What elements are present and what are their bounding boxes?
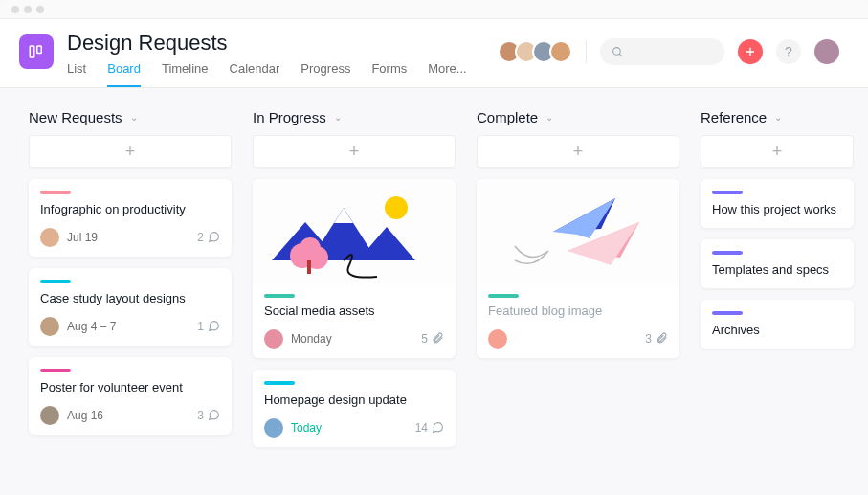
project-icon[interactable] — [19, 34, 54, 69]
tab-timeline[interactable]: Timeline — [162, 61, 209, 87]
column-complete: Complete ⌄ + Featured blog image — [477, 109, 679, 459]
svg-rect-1 — [37, 46, 42, 54]
tag — [488, 294, 519, 298]
assignee-avatar — [264, 418, 283, 438]
tab-calendar[interactable]: Calendar — [230, 61, 280, 87]
card-archives[interactable]: Archives — [701, 300, 854, 349]
tab-forms[interactable]: Forms — [371, 61, 407, 87]
add-card-button[interactable]: + — [253, 135, 456, 168]
cover-illustration-mountains — [253, 179, 456, 284]
tag — [712, 251, 743, 255]
card-title: Case study layout designs — [40, 291, 220, 307]
tag — [712, 311, 743, 315]
column-header[interactable]: Reference ⌄ — [701, 109, 854, 125]
due-date: Jul 19 — [67, 231, 98, 244]
project-members[interactable] — [503, 40, 572, 63]
assignee-avatar — [488, 329, 507, 349]
comment-count: 14 — [415, 421, 428, 435]
chevron-down-icon: ⌄ — [545, 112, 553, 123]
attachment-icon — [432, 332, 444, 345]
search-icon — [612, 46, 624, 58]
due-date: Monday — [291, 332, 332, 346]
card-homepage[interactable]: Homepage design update Today 14 — [253, 370, 456, 447]
user-avatar[interactable] — [814, 39, 839, 64]
tag — [264, 381, 295, 385]
svg-marker-10 — [358, 227, 415, 260]
cover-illustration-paper-planes — [477, 179, 679, 284]
tag — [40, 191, 71, 194]
column-title: In Progress — [253, 109, 326, 125]
card-poster[interactable]: Poster for volunteer event Aug 16 3 — [29, 357, 232, 435]
tag — [264, 294, 295, 298]
card-title: Archives — [712, 323, 842, 339]
column-header[interactable]: In Progress ⌄ — [253, 109, 456, 125]
card-social-media[interactable]: Social media assets Monday 5 — [253, 179, 456, 358]
comment-icon — [432, 421, 444, 434]
traffic-light — [11, 6, 19, 13]
page-title: Design Requests — [67, 31, 503, 56]
column-new-requests: New Requests ⌄ + Infographic on producti… — [29, 109, 232, 459]
svg-line-3 — [619, 54, 622, 56]
comment-icon — [208, 320, 220, 332]
plus-icon — [745, 46, 756, 57]
card-infographic[interactable]: Infographic on productivity Jul 19 2 — [29, 179, 232, 257]
svg-rect-14 — [307, 260, 311, 274]
traffic-light — [36, 6, 44, 13]
column-header[interactable]: New Requests ⌄ — [29, 109, 232, 125]
card-title: Social media assets — [253, 304, 456, 320]
column-header[interactable]: Complete ⌄ — [477, 109, 679, 125]
card-title: Infographic on productivity — [40, 202, 220, 218]
comment-icon — [208, 409, 220, 421]
traffic-light — [24, 6, 32, 13]
tab-more[interactable]: More... — [428, 61, 466, 87]
card-title: Templates and specs — [712, 262, 842, 279]
column-in-progress: In Progress ⌄ + Social m — [253, 109, 456, 459]
assignee-avatar — [264, 329, 283, 349]
card-title: How this project works — [712, 202, 842, 218]
tag — [712, 191, 743, 194]
svg-rect-0 — [30, 46, 34, 57]
assignee-avatar — [40, 228, 59, 247]
chevron-down-icon: ⌄ — [334, 112, 342, 123]
comment-icon — [208, 231, 220, 243]
divider — [586, 40, 587, 63]
tab-progress[interactable]: Progress — [300, 61, 350, 87]
tag — [40, 280, 71, 283]
help-button[interactable]: ? — [776, 39, 801, 64]
card-templates[interactable]: Templates and specs — [701, 239, 854, 288]
svg-marker-8 — [334, 208, 353, 223]
column-title: Complete — [477, 109, 538, 125]
assignee-avatar — [40, 317, 59, 336]
add-card-button[interactable]: + — [701, 135, 854, 168]
column-title: New Requests — [29, 109, 122, 125]
project-header: Design Requests List Board Timeline Cale… — [0, 19, 868, 88]
due-date: Today — [291, 421, 322, 435]
comment-count: 3 — [197, 409, 204, 422]
tab-list[interactable]: List — [67, 61, 86, 87]
assignee-avatar — [40, 406, 59, 425]
add-card-button[interactable]: + — [29, 135, 232, 168]
card-title: Poster for volunteer event — [40, 380, 220, 396]
add-card-button[interactable]: + — [477, 135, 679, 168]
svg-point-6 — [385, 196, 408, 219]
card-how-works[interactable]: How this project works — [701, 179, 854, 228]
column-reference: Reference ⌄ + How this project works Tem… — [701, 109, 854, 459]
tab-board[interactable]: Board — [107, 61, 141, 87]
attachment-count: 5 — [421, 332, 428, 346]
attachment-icon — [656, 332, 668, 345]
window-chrome — [0, 0, 868, 19]
card-title: Homepage design update — [264, 393, 444, 409]
card-featured-blog[interactable]: Featured blog image 3 — [477, 179, 679, 358]
kanban-board: New Requests ⌄ + Infographic on producti… — [0, 88, 868, 480]
attachment-count: 3 — [645, 332, 652, 346]
card-casestudy[interactable]: Case study layout designs Aug 4 – 7 1 — [29, 268, 232, 346]
search-input[interactable] — [600, 38, 724, 65]
add-button[interactable] — [738, 39, 763, 64]
tag — [40, 369, 71, 372]
comment-count: 2 — [197, 231, 204, 244]
svg-marker-16 — [553, 198, 615, 238]
comment-count: 1 — [197, 320, 204, 333]
svg-point-2 — [613, 47, 621, 55]
column-title: Reference — [701, 109, 767, 125]
chevron-down-icon: ⌄ — [130, 112, 138, 123]
